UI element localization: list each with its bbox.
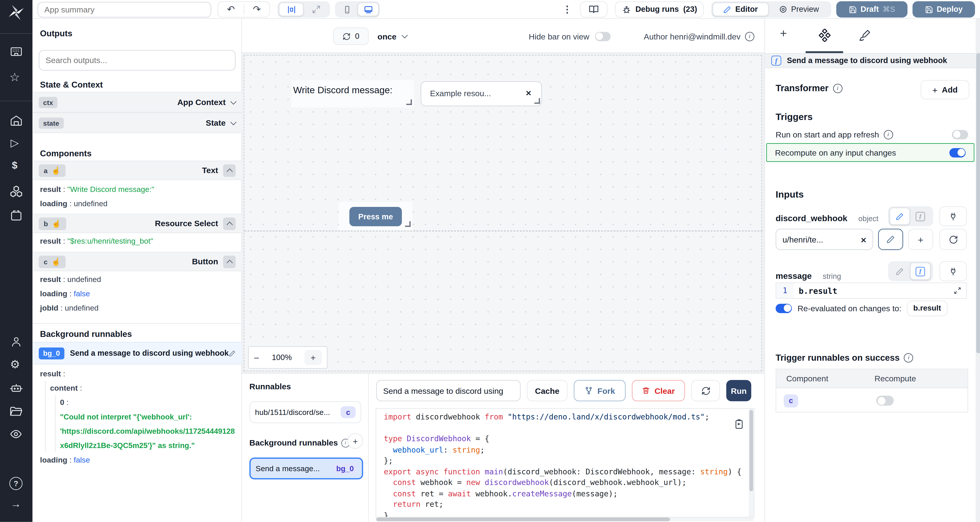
resize-handle[interactable] — [535, 98, 540, 104]
dw-static-mode-button[interactable] — [889, 208, 910, 225]
dw-refresh-resource-button[interactable] — [939, 229, 967, 250]
bg0-row[interactable]: bg_0 Send a message to discord using web… — [32, 342, 242, 364]
collapse-b-button[interactable] — [223, 217, 236, 229]
sidebar-item-settings[interactable]: ⚙ — [10, 358, 20, 371]
info-icon[interactable]: i — [904, 353, 913, 362]
tab-insert-icon[interactable]: + — [780, 27, 787, 41]
sidebar-item-workers[interactable] — [9, 382, 23, 394]
collapse-a-button[interactable] — [223, 164, 236, 177]
zoom-in-button[interactable]: + — [304, 350, 322, 365]
code-hscrollbar[interactable] — [376, 517, 754, 521]
edit-icon[interactable] — [229, 350, 235, 356]
cache-button[interactable]: Cache — [527, 380, 568, 401]
code-editor[interactable]: import discordwebhook from "https://deno… — [375, 408, 754, 517]
frequency-select[interactable]: once — [377, 27, 407, 45]
sidebar-item-schedules[interactable] — [10, 209, 22, 221]
sidebar-item-runs[interactable]: ▷ — [11, 136, 19, 150]
app-canvas[interactable]: Write Discord message: Example resou... … — [243, 55, 762, 371]
sidebar-item-audit[interactable] — [9, 430, 22, 439]
sidebar-item-variables[interactable]: $ — [12, 160, 18, 171]
refresh-count-button[interactable]: 0 — [333, 27, 369, 45]
add-bg-runnable-button[interactable]: + — [348, 433, 363, 449]
info-icon[interactable]: i — [883, 130, 892, 139]
msg-eval-mode-button[interactable]: f — [910, 263, 931, 280]
state-row[interactable]: state State — [32, 113, 242, 133]
component-b-row[interactable]: b☝ Resource Select — [32, 214, 242, 233]
code-vscrollbar[interactable] — [749, 409, 754, 517]
sidebar-item-users[interactable] — [11, 336, 22, 347]
chevron-down-icon[interactable] — [230, 119, 236, 125]
chevron-down-icon[interactable] — [230, 98, 236, 104]
fork-button[interactable]: Fork — [574, 380, 626, 401]
tab-styling-icon[interactable] — [859, 29, 871, 41]
copy-code-icon[interactable] — [734, 419, 744, 430]
expand-editor-icon[interactable] — [954, 287, 961, 294]
kebab-menu-icon[interactable]: ⋮ — [563, 4, 572, 15]
script-name-input[interactable] — [376, 380, 520, 401]
ctx-row[interactable]: ctx App Context — [32, 92, 242, 113]
tab-settings-icon[interactable] — [818, 29, 831, 42]
add-transformer-button[interactable]: +Add — [921, 80, 969, 99]
dw-connect-button[interactable] — [939, 206, 967, 226]
hub-script-badge: c — [341, 406, 356, 418]
zoom-out-button[interactable]: − — [254, 352, 259, 363]
redo-button[interactable]: ↷ — [244, 4, 269, 15]
save-icon — [849, 5, 857, 13]
run-button[interactable]: Run — [726, 380, 751, 401]
sidebar-item-folders[interactable] — [9, 406, 22, 417]
info-icon[interactable]: i — [833, 83, 842, 93]
reeval-row: Re-evaluated on changes to: b.result — [776, 300, 967, 316]
info-icon[interactable]: i — [745, 32, 754, 41]
sidebar-item-home[interactable] — [10, 115, 22, 126]
undo-button[interactable]: ↶ — [218, 4, 245, 15]
hub-script-card[interactable]: hub/1511/discord/se... c — [249, 401, 361, 423]
dw-edit-resource-button[interactable] — [878, 229, 903, 250]
tab-preview[interactable]: Preview — [769, 3, 829, 16]
debug-runs-button[interactable]: Debug runs (23) — [615, 2, 704, 18]
component-a-row[interactable]: a☝ Text — [32, 161, 242, 180]
press-me-button[interactable]: Press me — [349, 207, 402, 226]
row-recompute-toggle[interactable] — [876, 396, 894, 406]
draft-button[interactable]: Draft ⌘S — [836, 2, 907, 18]
panel-scrollbar[interactable] — [976, 19, 980, 522]
help-icon[interactable]: ? — [9, 477, 22, 490]
clear-selection-icon[interactable]: × — [526, 88, 531, 98]
run-on-start-toggle[interactable] — [952, 130, 968, 139]
sidebar-item-resources[interactable] — [9, 185, 23, 197]
sidebar-item-workspace[interactable] — [10, 46, 22, 57]
dw-eval-mode-button[interactable]: f — [910, 208, 931, 225]
dw-resource-input[interactable]: u/henri/te... × — [776, 229, 873, 250]
msg-connect-button[interactable] — [939, 261, 967, 281]
mobile-view-button[interactable] — [336, 3, 358, 16]
docs-button[interactable] — [580, 2, 608, 18]
component-c-row[interactable]: c☝ Button — [32, 252, 242, 271]
pencil-icon — [896, 267, 904, 275]
resize-handle[interactable] — [405, 221, 410, 227]
desktop-view-button[interactable] — [358, 3, 379, 16]
recompute-toggle[interactable] — [950, 148, 966, 157]
tab-editor[interactable]: Editor — [713, 3, 769, 16]
collapse-sidebar-icon[interactable]: → — [11, 498, 21, 511]
text-component-a[interactable]: Write Discord message: — [291, 80, 414, 108]
msg-expression-editor[interactable]: 1 b.result — [776, 282, 967, 299]
collapse-c-button[interactable] — [223, 255, 236, 268]
full-width-layout-button[interactable] — [304, 3, 329, 16]
bg0-card-selected[interactable]: Send a message... bg_0 — [249, 458, 363, 479]
dw-add-resource-button[interactable]: + — [908, 229, 933, 250]
hide-bar-toggle[interactable] — [595, 32, 611, 41]
sidebar-item-favorites[interactable]: ☆ — [9, 71, 20, 84]
refresh-script-button[interactable] — [691, 380, 720, 401]
windmill-logo-icon[interactable] — [8, 4, 25, 21]
deploy-button[interactable]: Deploy — [912, 2, 975, 18]
clear-resource-icon[interactable]: × — [861, 234, 866, 245]
resize-handle[interactable] — [406, 99, 412, 105]
centered-layout-button[interactable] — [279, 3, 304, 16]
resource-select-component-b[interactable]: Example resou... × — [421, 81, 542, 106]
app-summary-input[interactable] — [37, 2, 211, 18]
msg-static-mode-button[interactable] — [889, 263, 910, 280]
reeval-toggle[interactable] — [776, 304, 792, 313]
clear-button[interactable]: Clear — [632, 380, 685, 401]
search-outputs-input[interactable] — [39, 50, 236, 70]
reeval-target-chip[interactable]: b.result — [907, 300, 947, 316]
save-icon — [925, 5, 933, 13]
